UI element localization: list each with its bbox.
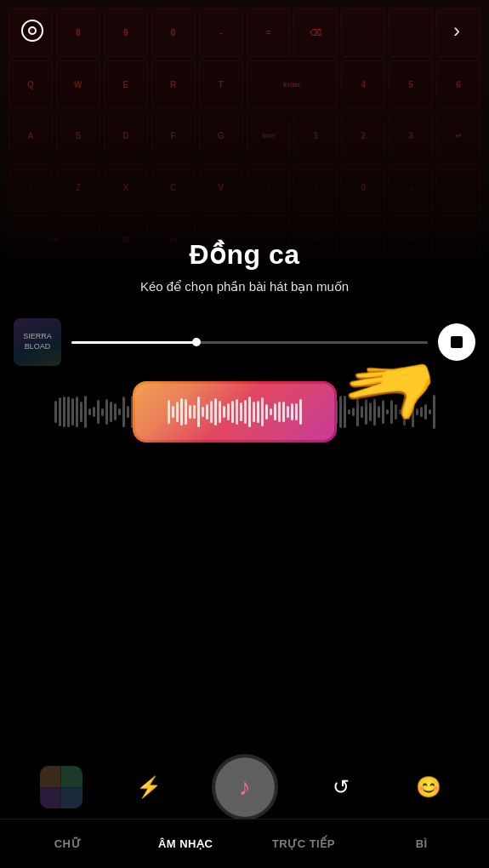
album-art: SIERRABLOAD: [14, 318, 61, 366]
gallery-cell: [61, 788, 82, 809]
gallery-cell: [40, 766, 61, 787]
effects-button[interactable]: ⚡: [128, 766, 170, 808]
flip-item: ↺: [320, 766, 362, 808]
smiley-icon: 😊: [416, 775, 441, 799]
next-icon[interactable]: ›: [441, 15, 472, 46]
progress-fill: [71, 341, 196, 344]
music-button[interactable]: ♪: [215, 757, 275, 817]
stop-icon: [451, 336, 463, 348]
waveform-selector[interactable]: [133, 381, 337, 443]
rotate-icon: ↺: [333, 775, 350, 799]
song-title: Đồng ca: [189, 238, 299, 271]
bottom-nav: CHỮ ÂM NHẠC TRỰC TIẾP BÌ: [0, 819, 489, 868]
nav-item-truc-tiep[interactable]: TRỰC TIẾP: [245, 819, 363, 868]
progress-thumb: [192, 338, 201, 346]
main-content: Đồng ca Kéo để chọn phần bài hát bạn muố…: [0, 238, 489, 463]
progress-bar[interactable]: [71, 341, 428, 344]
settings-icon[interactable]: [17, 15, 48, 46]
nav-item-bi[interactable]: BÌ: [362, 819, 480, 868]
lightning-icon: ⚡: [136, 775, 162, 799]
song-subtitle: Kéo để chọn phần bài hát bạn muốn: [140, 279, 349, 294]
svg-point-0: [22, 20, 43, 41]
gallery-cell: [40, 788, 61, 809]
selector-inner: [135, 384, 334, 440]
top-bar: ›: [0, 15, 489, 46]
gallery-grid: [40, 766, 82, 808]
hand-cursor: 🫳: [336, 340, 446, 445]
flip-button[interactable]: ↺: [320, 766, 362, 808]
filters-item: 😊: [407, 766, 450, 808]
gallery-button[interactable]: [40, 766, 82, 808]
nav-item-chu[interactable]: CHỮ: [9, 819, 127, 868]
svg-point-1: [29, 27, 36, 34]
music-note-icon: ♪: [239, 774, 251, 801]
effects-item: ⚡: [128, 766, 170, 808]
album-thumbnail: SIERRABLOAD: [14, 318, 61, 366]
waveform-area[interactable]: 🫳: [0, 378, 489, 446]
stop-button[interactable]: [438, 323, 475, 361]
filters-button[interactable]: 😊: [407, 766, 450, 808]
gallery-cell: [61, 766, 82, 787]
gallery-item: [40, 766, 82, 808]
nav-item-am-nhac[interactable]: ÂM NHẠC: [127, 819, 245, 868]
bottom-toolbar: ⚡ ♪ ↺ 😊: [0, 757, 489, 817]
music-item: ♪: [215, 757, 275, 817]
